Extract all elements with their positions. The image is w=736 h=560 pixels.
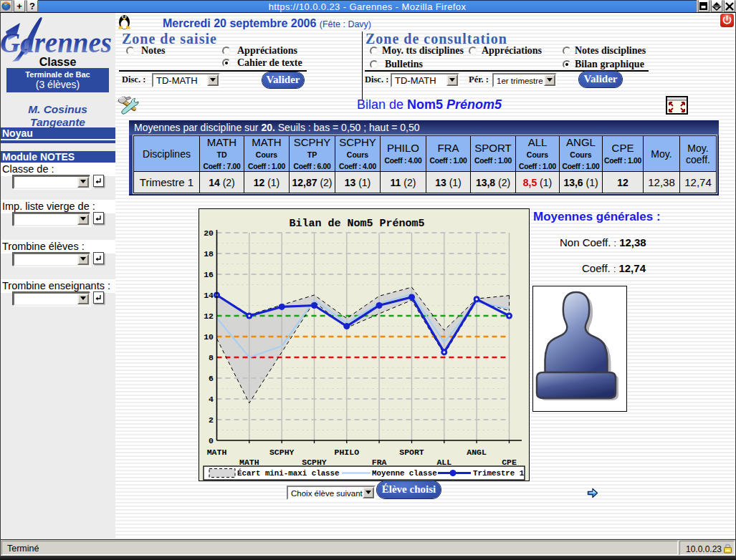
svg-text:2: 2 [209,415,214,425]
svg-text:20: 20 [204,228,214,238]
svg-text:SCPHY: SCPHY [269,448,295,457]
svg-text:8: 8 [209,353,214,362]
svg-text:Écart mini-maxi classe: Écart mini-maxi classe [237,468,340,478]
svg-text:0: 0 [209,436,214,445]
svg-text:18: 18 [204,249,214,259]
svg-text:10: 10 [204,332,214,342]
svg-text:MATH: MATH [207,448,227,457]
svg-text:6: 6 [209,374,214,383]
svg-text:MATH: MATH [239,458,259,467]
svg-text:SCPHY: SCPHY [302,458,327,467]
svg-text:14: 14 [204,291,214,300]
svg-text:12: 12 [204,312,214,321]
svg-text:Bilan de Nom5 Prénom5: Bilan de Nom5 Prénom5 [289,218,424,230]
svg-text:Moyenne classe: Moyenne classe [372,469,437,478]
svg-text:16: 16 [204,270,214,279]
svg-text:Trimestre 1: Trimestre 1 [473,469,525,478]
svg-text:SPORT: SPORT [399,448,424,457]
svg-text:ALL: ALL [436,458,451,467]
svg-text:PHILO: PHILO [335,448,360,457]
svg-text:CPE: CPE [502,458,517,467]
svg-text:ANGL: ANGL [467,448,487,457]
svg-text:FRA: FRA [372,458,387,467]
svg-text:Garennes: Garennes [0,27,112,58]
svg-text:4: 4 [209,395,214,404]
